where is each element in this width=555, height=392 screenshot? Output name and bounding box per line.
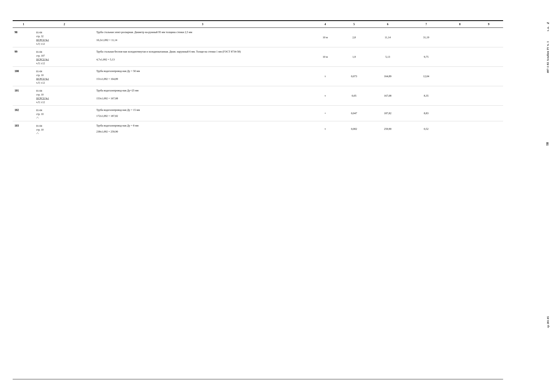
row-98-desc-main: Труба стальная элект-росварная. Диаметр … <box>95 28 311 37</box>
row-98-ref: 01-04стр. 32ЦСРСЦ №1ч.У, т.12 <box>34 28 95 47</box>
row-100-col8 <box>445 67 474 86</box>
header-col1: 1 <box>13 21 34 28</box>
main-table: 1 2 3 4 5 6 7 8 9 98 01-04стр. 32ЦСРСЦ №… <box>13 21 503 137</box>
header-col4: 4 <box>311 21 340 28</box>
header-col2: 2 <box>34 21 95 28</box>
row-101-col4: т <box>311 86 340 106</box>
row-99-col8 <box>445 47 474 67</box>
row-101-formula: 153x1,092 = 167,08 <box>95 96 311 106</box>
cr-label: ср 281-05 <box>547 316 549 328</box>
row-99-col7: 9,75 <box>407 47 445 67</box>
row-100-col9 <box>474 67 503 86</box>
header-col1-label: 1 <box>23 23 24 26</box>
header-col8-label: 8 <box>459 23 460 26</box>
row-98-col9 <box>474 28 503 47</box>
row-99-ref: 01-04стр. 107ЦСРСЦ №1ч.У, т.12 <box>34 47 95 67</box>
row-103-desc-main: Труба водогазопровод-ная Ду = 8 мм <box>95 121 311 129</box>
table-row: 99 01-04стр. 107ЦСРСЦ №1ч.У, т.12 Труба … <box>13 47 503 57</box>
row-103-col9 <box>474 121 503 137</box>
row-99-desc-main: Труба стальная беспов-ная холоднотянутая… <box>95 47 311 57</box>
table-row: 101 01-04стр. 10ЦСРСЦ №1ч.У, т.12 Труба … <box>13 86 503 96</box>
row-103-num: 103 <box>13 121 34 137</box>
bottom-rule <box>13 379 503 379</box>
row-103-col5: 0,002 <box>340 121 368 137</box>
main-table-area: 1 2 3 4 5 6 7 8 9 98 01-04стр. 32ЦСРСЦ №… <box>13 21 503 137</box>
row-100-ref: 01-04стр. 10ЦСРСЦ №1ч.У, т.12 <box>34 67 95 86</box>
row-100-col4: т <box>311 67 340 86</box>
row-100-col6: 164,89 <box>368 67 407 86</box>
row-102-col5: 0,047 <box>340 106 368 121</box>
header-col7-label: 7 <box>425 23 427 26</box>
table-row: 100 01-04стр. 10ЦСРСЦ №1ч.У, т.12 Труба … <box>13 67 503 76</box>
album-label: 407-1-82 Альбом IV ч. 1 <box>546 41 549 73</box>
row-98-col8 <box>445 28 474 47</box>
row-101-num: 101 <box>13 86 34 106</box>
row-103-formula: 238x1,092 = 259,90 <box>95 129 311 137</box>
row-102-formula: 172x1,092 = 187,82 <box>95 113 311 121</box>
header-col5-label: 5 <box>353 23 355 26</box>
header-col8: 8 <box>445 21 474 28</box>
row-99-num: 99 <box>13 47 34 67</box>
row-99-col5: 1,9 <box>340 47 368 67</box>
table-row: 98 01-04стр. 32ЦСРСЦ №1ч.У, т.12 Труба с… <box>13 28 503 37</box>
row-100-col5: 0,073 <box>340 67 368 86</box>
row-98-col7: 31,19 <box>407 28 445 47</box>
header-col4-label: 4 <box>324 23 326 26</box>
row-98-num: 98 <box>13 28 34 47</box>
row-103-col6: 259,90 <box>368 121 407 137</box>
table-row: 102 01-04стр. 10-"- Труба водогазопровод… <box>13 106 503 113</box>
header-col3: 3 <box>95 21 311 28</box>
row-101-col9 <box>474 86 503 106</box>
row-98-col4: 10 м <box>311 28 340 47</box>
row-101-ref: 01-04стр. 10ЦСРСЦ №1ч.У, т.12 <box>34 86 95 106</box>
row-99-formula: 4,7x1,092 = 5,13 <box>95 57 311 67</box>
header-col9: 9 <box>474 21 503 28</box>
row-102-ref: 01-04стр. 10-"- <box>34 106 95 121</box>
row-100-num: 100 <box>13 67 34 86</box>
header-col9-label: 9 <box>488 23 489 26</box>
header-col2-label: 2 <box>64 23 65 26</box>
row-100-col7: 12,04 <box>407 67 445 86</box>
row-101-col6: 167,08 <box>368 86 407 106</box>
row-98-formula: 10,2x1,092 = 11,14 <box>95 37 311 47</box>
row-102-col9 <box>474 106 503 121</box>
row-99-col4: 10 м <box>311 47 340 67</box>
tp-label: т.п. № <box>547 21 549 31</box>
page: т.п. № 407-1-82 Альбом IV ч. 1 81 ср 281… <box>0 0 555 392</box>
row-101-col8 <box>445 86 474 106</box>
row-98-col6: 11,14 <box>368 28 407 47</box>
row-102-col6: 187,82 <box>368 106 407 121</box>
row-100-formula: 151x1,092 = 164,89 <box>95 76 311 86</box>
row-102-num: 102 <box>13 106 34 121</box>
row-102-col8 <box>445 106 474 121</box>
row-102-col4: • <box>311 106 340 121</box>
row-99-col9 <box>474 47 503 67</box>
header-col6-label: 6 <box>387 23 388 26</box>
header-col5: 5 <box>340 21 368 28</box>
row-101-desc-main: Труба водогазопровод-ная Ду=25 мм <box>95 86 311 96</box>
header-col3-label: 3 <box>202 23 203 26</box>
row-100-desc-main: Труба водогазопровод-ная Ду = 50 мм <box>95 67 311 76</box>
row-103-col4: т <box>311 121 340 137</box>
header-col6: 6 <box>368 21 407 28</box>
header-col7: 7 <box>407 21 445 28</box>
table-row: 103 01-04стр. 10-"- Труба водогазопровод… <box>13 121 503 129</box>
row-103-ref: 01-04стр. 10-"- <box>34 121 95 137</box>
page-number: 81 <box>545 142 549 146</box>
row-102-desc-main: Труба водогазопровод-ная Ду = 15 мм <box>95 106 311 113</box>
table-header-row: 1 2 3 4 5 6 7 8 9 <box>13 21 503 28</box>
row-99-col6: 5,13 <box>368 47 407 67</box>
row-103-col8 <box>445 121 474 137</box>
row-101-col5: 0,05 <box>340 86 368 106</box>
row-102-col7: 8,83 <box>407 106 445 121</box>
row-103-col7: 0,52 <box>407 121 445 137</box>
row-101-col7: 8,35 <box>407 86 445 106</box>
row-98-col5: 2,8 <box>340 28 368 47</box>
